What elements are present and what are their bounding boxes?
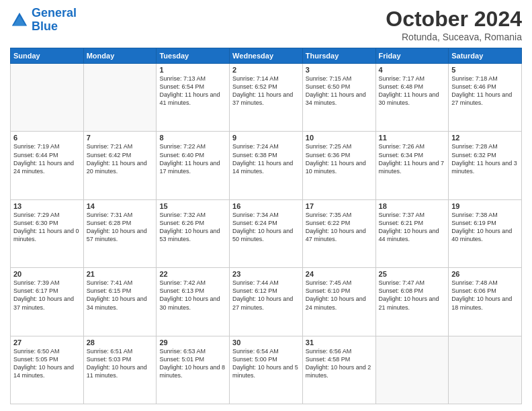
calendar-cell: 20Sunrise: 7:39 AM Sunset: 6:17 PM Dayli…: [11, 268, 84, 336]
calendar-cell: 6Sunrise: 7:19 AM Sunset: 6:44 PM Daylig…: [11, 132, 84, 199]
day-number: 8: [159, 134, 226, 142]
day-info: Sunrise: 7:35 AM Sunset: 6:22 PM Dayligh…: [306, 211, 373, 244]
calendar-cell: 13Sunrise: 7:29 AM Sunset: 6:30 PM Dayli…: [11, 199, 84, 267]
day-info: Sunrise: 6:51 AM Sunset: 5:03 PM Dayligh…: [87, 347, 154, 380]
day-number: 16: [232, 202, 300, 210]
calendar-cell: 11Sunrise: 7:26 AM Sunset: 6:34 PM Dayli…: [375, 132, 449, 199]
day-info: Sunrise: 6:56 AM Sunset: 4:58 PM Dayligh…: [306, 347, 373, 380]
calendar-week-row: 27Sunrise: 6:50 AM Sunset: 5:05 PM Dayli…: [11, 336, 522, 404]
day-info: Sunrise: 7:28 AM Sunset: 6:32 PM Dayligh…: [451, 142, 519, 175]
calendar-cell: 27Sunrise: 6:50 AM Sunset: 5:05 PM Dayli…: [11, 336, 84, 404]
logo-text: General Blue: [32, 7, 77, 34]
day-number: 4: [379, 66, 446, 74]
weekday-header: Wednesday: [230, 48, 303, 64]
calendar-cell: 29Sunrise: 6:53 AM Sunset: 5:01 PM Dayli…: [157, 336, 230, 404]
day-number: 23: [232, 270, 300, 278]
logo-icon: [10, 11, 29, 30]
day-number: 18: [379, 202, 446, 210]
day-info: Sunrise: 7:32 AM Sunset: 6:26 PM Dayligh…: [159, 211, 226, 244]
calendar-cell: 2Sunrise: 7:14 AM Sunset: 6:52 PM Daylig…: [230, 64, 303, 132]
calendar-week-row: 20Sunrise: 7:39 AM Sunset: 6:17 PM Dayli…: [11, 268, 522, 336]
logo-general: General: [32, 6, 77, 19]
day-info: Sunrise: 7:15 AM Sunset: 6:50 PM Dayligh…: [306, 75, 373, 107]
day-info: Sunrise: 7:44 AM Sunset: 6:12 PM Dayligh…: [232, 279, 300, 312]
day-info: Sunrise: 7:26 AM Sunset: 6:34 PM Dayligh…: [379, 142, 446, 175]
day-number: 24: [306, 270, 373, 278]
calendar-cell: 3Sunrise: 7:15 AM Sunset: 6:50 PM Daylig…: [302, 64, 375, 132]
day-info: Sunrise: 7:18 AM Sunset: 6:46 PM Dayligh…: [451, 75, 519, 107]
day-info: Sunrise: 7:19 AM Sunset: 6:44 PM Dayligh…: [13, 142, 81, 175]
day-number: 20: [13, 270, 81, 278]
day-number: 22: [159, 270, 226, 278]
day-info: Sunrise: 7:29 AM Sunset: 6:30 PM Dayligh…: [13, 211, 81, 244]
logo-blue: Blue: [32, 19, 58, 33]
calendar-cell: [83, 64, 157, 132]
day-number: 2: [232, 66, 300, 74]
calendar-cell: 17Sunrise: 7:35 AM Sunset: 6:22 PM Dayli…: [302, 199, 375, 267]
day-number: 30: [232, 338, 300, 347]
day-info: Sunrise: 7:24 AM Sunset: 6:38 PM Dayligh…: [232, 142, 300, 175]
location-subtitle: Rotunda, Suceava, Romania: [386, 32, 522, 42]
day-number: 15: [159, 202, 226, 210]
day-number: 21: [87, 270, 154, 278]
day-info: Sunrise: 7:13 AM Sunset: 6:54 PM Dayligh…: [159, 75, 226, 107]
calendar-cell: 24Sunrise: 7:45 AM Sunset: 6:10 PM Dayli…: [302, 268, 375, 336]
day-info: Sunrise: 7:21 AM Sunset: 6:42 PM Dayligh…: [87, 142, 154, 175]
day-number: 9: [232, 134, 300, 142]
calendar-cell: 1Sunrise: 7:13 AM Sunset: 6:54 PM Daylig…: [157, 64, 230, 132]
day-info: Sunrise: 6:54 AM Sunset: 5:00 PM Dayligh…: [232, 347, 300, 380]
day-info: Sunrise: 7:38 AM Sunset: 6:19 PM Dayligh…: [451, 211, 519, 244]
calendar-cell: 22Sunrise: 7:42 AM Sunset: 6:13 PM Dayli…: [157, 268, 230, 336]
calendar-cell: 4Sunrise: 7:17 AM Sunset: 6:48 PM Daylig…: [375, 64, 449, 132]
day-number: 7: [87, 134, 154, 142]
weekday-header: Sunday: [11, 48, 84, 64]
day-number: 5: [451, 66, 519, 74]
day-info: Sunrise: 6:50 AM Sunset: 5:05 PM Dayligh…: [13, 347, 81, 380]
day-number: 11: [379, 134, 446, 142]
day-info: Sunrise: 7:22 AM Sunset: 6:40 PM Dayligh…: [159, 142, 226, 175]
day-info: Sunrise: 7:47 AM Sunset: 6:08 PM Dayligh…: [379, 279, 446, 312]
calendar-cell: 25Sunrise: 7:47 AM Sunset: 6:08 PM Dayli…: [375, 268, 449, 336]
calendar-cell: [449, 336, 522, 404]
calendar-cell: 21Sunrise: 7:41 AM Sunset: 6:15 PM Dayli…: [83, 268, 157, 336]
weekday-header: Thursday: [302, 48, 375, 64]
weekday-header: Friday: [375, 48, 449, 64]
calendar-cell: 10Sunrise: 7:25 AM Sunset: 6:36 PM Dayli…: [302, 132, 375, 199]
day-number: 19: [451, 202, 519, 210]
weekday-header: Saturday: [449, 48, 522, 64]
calendar-cell: 5Sunrise: 7:18 AM Sunset: 6:46 PM Daylig…: [449, 64, 522, 132]
day-number: 14: [87, 202, 154, 210]
calendar-cell: 19Sunrise: 7:38 AM Sunset: 6:19 PM Dayli…: [449, 199, 522, 267]
day-number: 25: [379, 270, 446, 278]
day-info: Sunrise: 6:53 AM Sunset: 5:01 PM Dayligh…: [159, 347, 226, 380]
day-number: 1: [159, 66, 226, 74]
calendar-cell: 8Sunrise: 7:22 AM Sunset: 6:40 PM Daylig…: [157, 132, 230, 199]
calendar-cell: 18Sunrise: 7:37 AM Sunset: 6:21 PM Dayli…: [375, 199, 449, 267]
calendar-cell: 31Sunrise: 6:56 AM Sunset: 4:58 PM Dayli…: [302, 336, 375, 404]
day-number: 27: [13, 338, 81, 347]
calendar-cell: 15Sunrise: 7:32 AM Sunset: 6:26 PM Dayli…: [157, 199, 230, 267]
day-number: 31: [306, 338, 373, 347]
calendar-header-row: SundayMondayTuesdayWednesdayThursdayFrid…: [11, 48, 522, 64]
day-number: 29: [159, 338, 226, 347]
day-number: 26: [451, 270, 519, 278]
calendar-cell: 16Sunrise: 7:34 AM Sunset: 6:24 PM Dayli…: [230, 199, 303, 267]
calendar-cell: [11, 64, 84, 132]
calendar-cell: 28Sunrise: 6:51 AM Sunset: 5:03 PM Dayli…: [83, 336, 157, 404]
day-info: Sunrise: 7:34 AM Sunset: 6:24 PM Dayligh…: [232, 211, 300, 244]
title-section: October 2024 Rotunda, Suceava, Romania: [386, 7, 522, 42]
month-title: October 2024: [386, 7, 522, 32]
day-number: 13: [13, 202, 81, 210]
day-info: Sunrise: 7:39 AM Sunset: 6:17 PM Dayligh…: [13, 279, 81, 312]
day-info: Sunrise: 7:25 AM Sunset: 6:36 PM Dayligh…: [306, 142, 373, 175]
day-number: 6: [13, 134, 81, 142]
day-info: Sunrise: 7:37 AM Sunset: 6:21 PM Dayligh…: [379, 211, 446, 244]
day-info: Sunrise: 7:31 AM Sunset: 6:28 PM Dayligh…: [87, 211, 154, 244]
calendar-cell: 12Sunrise: 7:28 AM Sunset: 6:32 PM Dayli…: [449, 132, 522, 199]
calendar-cell: 30Sunrise: 6:54 AM Sunset: 5:00 PM Dayli…: [230, 336, 303, 404]
day-number: 10: [306, 134, 373, 142]
header: General Blue October 2024 Rotunda, Sucea…: [10, 7, 522, 42]
day-info: Sunrise: 7:41 AM Sunset: 6:15 PM Dayligh…: [87, 279, 154, 312]
day-number: 17: [306, 202, 373, 210]
calendar-cell: 23Sunrise: 7:44 AM Sunset: 6:12 PM Dayli…: [230, 268, 303, 336]
